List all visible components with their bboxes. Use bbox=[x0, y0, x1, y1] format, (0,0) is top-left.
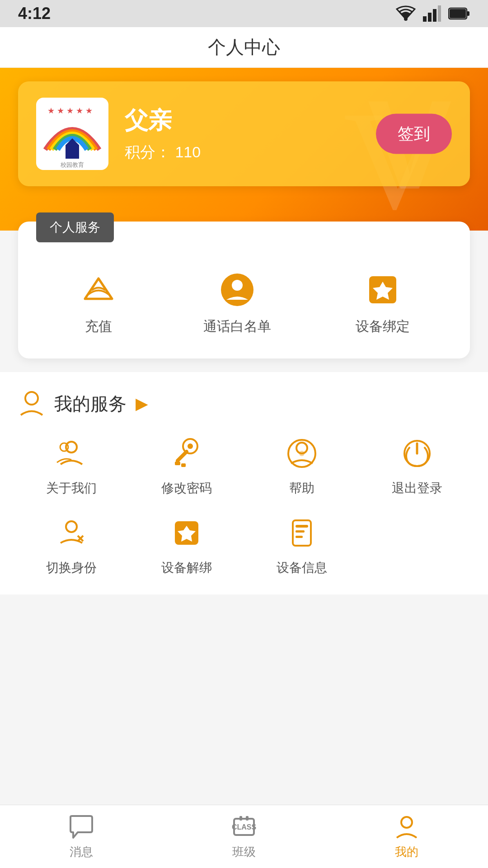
arrow-icon: ▶ bbox=[136, 394, 148, 413]
checkin-button[interactable]: 签到 bbox=[376, 114, 452, 154]
svg-text:CLASS: CLASS bbox=[232, 823, 257, 831]
logout-icon bbox=[399, 435, 435, 472]
message-nav-icon bbox=[68, 813, 95, 840]
nav-class[interactable]: CLASS 班级 bbox=[194, 813, 294, 860]
deviceinfo-label: 设备信息 bbox=[277, 559, 327, 576]
svg-rect-22 bbox=[181, 463, 186, 467]
my-services-header: 我的服务 ▶ bbox=[18, 390, 470, 417]
service-help[interactable]: 帮助 bbox=[249, 435, 355, 497]
svg-rect-3 bbox=[433, 9, 436, 22]
svg-rect-37 bbox=[239, 816, 242, 821]
class-nav-icon: CLASS bbox=[230, 813, 258, 840]
help-label: 帮助 bbox=[289, 480, 314, 497]
personal-services-grid: 充值 通话白名单 bbox=[18, 256, 470, 340]
svg-rect-38 bbox=[246, 816, 249, 821]
bottom-nav: 消息 CLASS 班级 我的 bbox=[0, 805, 488, 868]
svg-rect-21 bbox=[175, 462, 180, 465]
whitelist-label: 通话白名单 bbox=[203, 317, 271, 336]
svg-point-0 bbox=[404, 17, 408, 21]
recharge-label: 充值 bbox=[85, 317, 112, 336]
status-time: 4:12 bbox=[18, 4, 51, 23]
points-value: 110 bbox=[175, 143, 201, 160]
switchid-label: 切换身份 bbox=[46, 559, 97, 576]
svg-rect-6 bbox=[467, 11, 469, 16]
service-deviceinfo[interactable]: 设备信息 bbox=[249, 515, 355, 576]
svg-rect-35 bbox=[296, 536, 303, 538]
logout-label: 退出登录 bbox=[392, 480, 442, 497]
service-devicebind[interactable]: 设备绑定 bbox=[356, 269, 410, 336]
svg-point-15 bbox=[25, 392, 38, 405]
service-about[interactable]: 关于我们 bbox=[18, 435, 124, 497]
service-deviceunbind[interactable]: 设备解绑 bbox=[133, 515, 239, 576]
header: 个人中心 bbox=[0, 27, 488, 68]
svg-point-12 bbox=[232, 280, 243, 291]
svg-rect-34 bbox=[296, 530, 305, 533]
about-label: 关于我们 bbox=[46, 480, 97, 497]
switchid-icon bbox=[53, 515, 89, 551]
personal-services-section: 个人服务 充值 bbox=[18, 222, 470, 340]
svg-point-40 bbox=[401, 817, 412, 828]
svg-rect-32 bbox=[293, 520, 311, 546]
my-services-grid: 关于我们 修改密码 bbox=[18, 435, 470, 576]
my-services-title: 我的服务 bbox=[54, 392, 127, 416]
personal-services-tag: 个人服务 bbox=[36, 212, 114, 242]
svg-rect-2 bbox=[428, 13, 432, 22]
deviceinfo-icon bbox=[284, 515, 320, 551]
svg-rect-33 bbox=[296, 525, 308, 528]
service-password[interactable]: 修改密码 bbox=[133, 435, 239, 497]
deviceunbind-icon bbox=[169, 515, 205, 551]
devicebind-label: 设备绑定 bbox=[356, 317, 410, 336]
svg-text:校园教育: 校园教育 bbox=[60, 161, 84, 168]
service-recharge[interactable]: 充值 bbox=[78, 269, 119, 336]
status-bar: 4:12 bbox=[0, 0, 488, 27]
avatar: ★ ★ ★ ★ ★ 校园教育 bbox=[36, 98, 108, 170]
svg-rect-7 bbox=[450, 9, 466, 18]
hero-banner: V ★ ★ ★ ★ ★ 校园教育 父亲 bbox=[0, 68, 488, 231]
about-icon bbox=[53, 435, 89, 472]
whitelist-icon bbox=[217, 269, 258, 310]
status-icons bbox=[396, 5, 470, 22]
svg-rect-20 bbox=[175, 449, 189, 463]
devicebind-icon bbox=[362, 269, 403, 310]
svg-point-25 bbox=[299, 451, 305, 456]
service-switchid[interactable]: 切换身份 bbox=[18, 515, 124, 576]
password-label: 修改密码 bbox=[161, 480, 212, 497]
help-icon bbox=[284, 435, 320, 472]
service-logout[interactable]: 退出登录 bbox=[364, 435, 470, 497]
nav-message-label: 消息 bbox=[70, 844, 93, 860]
user-card: ★ ★ ★ ★ ★ 校园教育 父亲 积分： 110 签到 bbox=[18, 81, 470, 186]
nav-mine[interactable]: 我的 bbox=[357, 813, 456, 860]
svg-rect-4 bbox=[438, 5, 441, 22]
wifi-icon bbox=[396, 5, 416, 22]
battery-icon bbox=[448, 7, 470, 20]
svg-point-19 bbox=[188, 443, 193, 449]
svg-text:★ ★ ★ ★ ★: ★ ★ ★ ★ ★ bbox=[47, 106, 93, 115]
my-services-section: 我的服务 ▶ 关于我们 bbox=[0, 372, 488, 594]
person-icon bbox=[18, 390, 45, 417]
nav-mine-label: 我的 bbox=[395, 844, 418, 860]
service-whitelist[interactable]: 通话白名单 bbox=[203, 269, 271, 336]
svg-rect-1 bbox=[423, 16, 427, 22]
signal-icon bbox=[423, 5, 441, 22]
page-title: 个人中心 bbox=[208, 35, 280, 60]
svg-point-27 bbox=[66, 521, 77, 532]
deviceunbind-label: 设备解绑 bbox=[161, 559, 212, 576]
avatar-logo: ★ ★ ★ ★ ★ 校园教育 bbox=[38, 100, 106, 168]
recharge-icon bbox=[78, 269, 119, 310]
nav-message[interactable]: 消息 bbox=[32, 813, 131, 860]
svg-point-17 bbox=[60, 443, 68, 451]
password-icon bbox=[169, 435, 205, 472]
mine-nav-icon bbox=[393, 813, 420, 840]
nav-class-label: 班级 bbox=[232, 844, 256, 860]
